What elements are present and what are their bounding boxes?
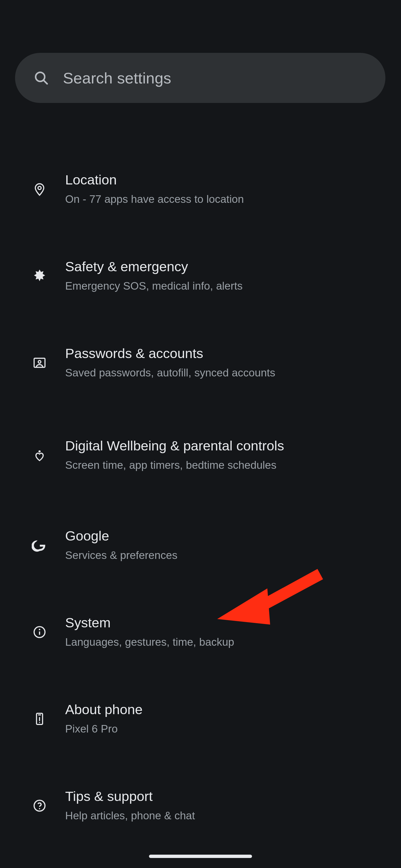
svg-point-14 (39, 808, 40, 809)
settings-row-subtitle: On - 77 apps have access to location (65, 192, 366, 207)
medical-icon (26, 268, 54, 284)
settings-row-title: Location (65, 172, 385, 187)
phone-device-icon (26, 712, 54, 726)
svg-line-1 (44, 80, 47, 84)
settings-list: Location On - 77 apps have access to loc… (0, 120, 401, 842)
svg-point-8 (39, 629, 40, 630)
svg-point-12 (39, 722, 40, 723)
settings-row-about[interactable]: About phone Pixel 6 Pro (0, 683, 401, 755)
settings-row-safety[interactable]: Safety & emergency Emergency SOS, medica… (0, 240, 401, 312)
search-icon (33, 69, 50, 86)
settings-row-subtitle: Services & preferences (65, 548, 366, 562)
location-pin-icon (26, 182, 54, 196)
svg-point-2 (38, 186, 41, 189)
settings-row-title: Passwords & accounts (65, 345, 385, 361)
settings-row-title: Digital Wellbeing & parental controls (65, 438, 385, 454)
settings-row-title: Tips & support (65, 788, 385, 804)
help-icon (26, 799, 54, 813)
settings-row-subtitle: Screen time, app timers, bedtime schedul… (65, 458, 366, 472)
settings-row-title: System (65, 615, 385, 630)
settings-row-subtitle: Emergency SOS, medical info, alerts (65, 279, 366, 293)
settings-row-tips[interactable]: Tips & support Help articles, phone & ch… (0, 770, 401, 842)
settings-row-subtitle: Saved passwords, autofill, synced accoun… (65, 366, 366, 380)
settings-row-location[interactable]: Location On - 77 apps have access to loc… (0, 153, 401, 225)
settings-row-passwords[interactable]: Passwords & accounts Saved passwords, au… (0, 327, 401, 399)
settings-row-title: Safety & emergency (65, 259, 385, 274)
settings-row-wellbeing[interactable]: Digital Wellbeing & parental controls Sc… (0, 411, 401, 500)
settings-row-system[interactable]: System Languages, gestures, time, backup (0, 596, 401, 668)
search-bar[interactable]: Search settings (15, 53, 385, 103)
wellbeing-icon (26, 448, 54, 462)
settings-row-title: About phone (65, 702, 385, 717)
settings-row-subtitle: Languages, gestures, time, backup (65, 635, 366, 649)
account-box-icon (26, 355, 54, 370)
settings-row-title: Google (65, 528, 385, 544)
svg-point-5 (38, 451, 41, 453)
search-placeholder: Search settings (63, 69, 171, 87)
google-g-icon (26, 537, 54, 553)
settings-row-clipped (0, 120, 401, 125)
settings-row-subtitle: Help articles, phone & chat (65, 809, 366, 823)
svg-point-4 (38, 361, 41, 363)
info-icon (26, 625, 54, 639)
settings-row-google[interactable]: Google Services & preferences (0, 509, 401, 582)
settings-row-subtitle: Pixel 6 Pro (65, 722, 366, 736)
home-indicator[interactable] (149, 855, 252, 858)
